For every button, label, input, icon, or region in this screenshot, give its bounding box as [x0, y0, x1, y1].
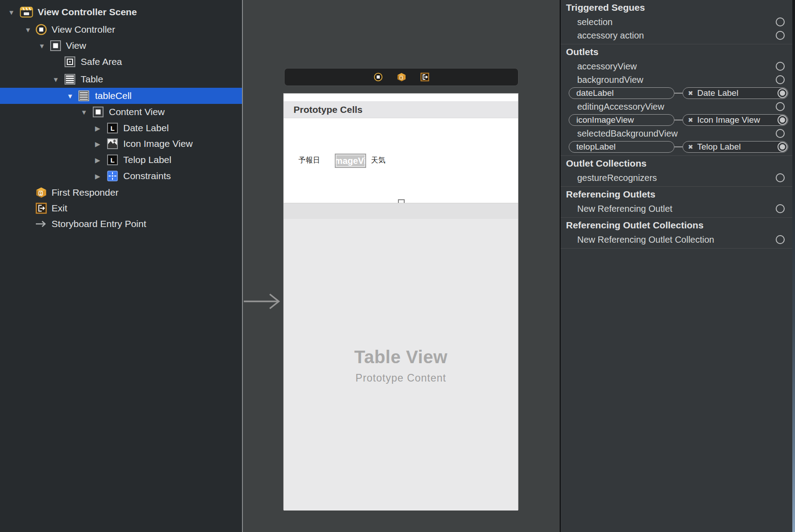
inspector-section-title: Referencing Outlet Collections: [561, 218, 795, 233]
disclosure-triangle-collapsed-icon[interactable]: ▶: [95, 173, 100, 180]
outline-item-table[interactable]: ▼Table: [0, 71, 242, 87]
inspector-section-title: Referencing Outlets: [561, 187, 795, 202]
svg-text:1: 1: [39, 191, 42, 196]
disclosure-triangle-collapsed-icon[interactable]: ▶: [95, 125, 100, 132]
connection-well-empty[interactable]: [776, 204, 785, 213]
connection-name: New Referencing Outlet: [561, 204, 672, 214]
svg-text:L: L: [110, 124, 114, 132]
icon-image-view-placeholder[interactable]: mageVi: [335, 154, 366, 168]
connection-row-selectedbackgroundview[interactable]: selectedBackgroundView: [561, 127, 795, 140]
connection-well-empty[interactable]: [776, 235, 785, 244]
first-responder-icon[interactable]: [397, 72, 406, 82]
exit-icon[interactable]: [420, 72, 430, 82]
outline-item-view-controller-scene[interactable]: ▼View Controller Scene: [0, 4, 242, 20]
connection-destination-capsule[interactable]: ✖Telop Label: [683, 141, 788, 153]
connection-name: selection: [561, 17, 613, 27]
connection-well-connected[interactable]: [778, 88, 787, 98]
connection-well-empty[interactable]: [776, 173, 785, 182]
connection-well-empty[interactable]: [776, 62, 785, 71]
svg-text:L: L: [110, 156, 114, 164]
connection-row-gesturerecognizers[interactable]: gestureRecognizers: [561, 171, 795, 184]
vc-icon: [35, 23, 48, 36]
connection-well-empty[interactable]: [776, 129, 785, 138]
disclosure-triangle-collapsed-icon[interactable]: ▶: [95, 141, 100, 147]
outline-item-content-view[interactable]: ▼Content View: [0, 104, 242, 120]
table-icon: [64, 73, 77, 86]
storyboard-entry-point-arrow: [243, 291, 288, 312]
connection-row-selection[interactable]: selection: [561, 15, 795, 29]
connection-row-new-referencing-outlet[interactable]: New Referencing Outlet: [561, 202, 795, 215]
connection-destination-capsule[interactable]: ✖Date Label: [683, 87, 788, 99]
window-edge: [792, 0, 795, 532]
outline-item-safe-area[interactable]: Safe Area: [0, 54, 242, 70]
connection-name: New Referencing Outlet Collection: [561, 235, 714, 245]
connection-well-empty[interactable]: [776, 31, 785, 40]
connection-well-empty[interactable]: [776, 75, 785, 84]
document-outline-pane: ▼View Controller Scene▼View Controller▼V…: [0, 0, 242, 532]
connection-well-empty[interactable]: [776, 102, 785, 111]
inspector-section-referencing-outlet-collections: Referencing Outlet CollectionsNew Refere…: [561, 218, 795, 249]
outlet-capsule[interactable]: telopLabel: [569, 141, 674, 153]
outline-item-view-controller[interactable]: ▼View Controller: [0, 21, 242, 38]
telop-label[interactable]: 天気: [371, 156, 385, 165]
outline-item-label: Telop Label: [123, 154, 171, 165]
outline-item-label: View Controller Scene: [38, 7, 137, 17]
disclosure-triangle-expanded-icon[interactable]: ▼: [81, 109, 87, 116]
connection-well-connected[interactable]: [778, 142, 787, 152]
outlet-capsule[interactable]: iconImageView: [569, 114, 674, 126]
outline-item-telop-label[interactable]: ▶LTelop Label: [0, 152, 242, 168]
outline-item-view[interactable]: ▼View: [0, 38, 242, 54]
view-controller-icon[interactable]: [373, 72, 383, 82]
destination-name: Icon Image View: [697, 115, 760, 125]
outline-item-icon-image-view[interactable]: ▶Icon Image View: [0, 136, 242, 152]
connection-well-empty[interactable]: [776, 17, 785, 26]
connection-dot: [780, 90, 785, 96]
outline-item-storyboard-entry-point[interactable]: Storyboard Entry Point: [0, 216, 242, 232]
outline-item-constraints[interactable]: ▶Constraints: [0, 168, 242, 184]
disclosure-triangle-expanded-icon[interactable]: ▼: [25, 26, 31, 33]
disclosure-triangle-collapsed-icon[interactable]: ▶: [95, 157, 100, 163]
outline-item-label: Content View: [109, 107, 165, 117]
scene-icon: [20, 6, 33, 18]
outline-item-first-responder[interactable]: 1First Responder: [0, 184, 242, 201]
prototype-cells-header: Prototype Cells: [284, 101, 518, 118]
table-view-body[interactable]: Table View Prototype Content: [284, 219, 518, 511]
inspector-section-triggered-segues: Triggered Seguesselectionaccessory actio…: [561, 0, 795, 44]
disclosure-triangle-expanded-icon[interactable]: ▼: [52, 76, 59, 83]
inspector-section-title: Triggered Segues: [561, 0, 795, 15]
connection-well-connected[interactable]: [778, 115, 787, 125]
destination-name: Date Label: [697, 88, 739, 98]
storyboard-canvas[interactable]: Prototype Cells 予報日 mageVi 天気 Table View…: [243, 0, 560, 532]
connection-row-teloplabel[interactable]: telopLabel✖Telop Label: [561, 140, 795, 154]
connections-inspector: Triggered Seguesselectionaccessory actio…: [561, 0, 795, 532]
connection-row-new-referencing-outlet-collection[interactable]: New Referencing Outlet Collection: [561, 233, 795, 246]
disclosure-triangle-expanded-icon[interactable]: ▼: [39, 43, 45, 49]
connection-dot: [780, 117, 785, 123]
image-view-placeholder-text: mageVi: [335, 156, 366, 166]
date-label[interactable]: 予報日: [298, 156, 320, 165]
outlet-name: dateLabel: [569, 88, 614, 98]
connection-row-editingaccessoryview[interactable]: editingAccessoryView: [561, 100, 795, 113]
table-view-placeholder-title: Table View: [284, 347, 518, 367]
connection-row-backgroundview[interactable]: backgroundView: [561, 73, 795, 86]
constraints-icon: [106, 170, 120, 182]
connection-name: backgroundView: [561, 75, 644, 85]
outline-item-date-label[interactable]: ▶LDate Label: [0, 120, 242, 136]
outline-item-tablecell[interactable]: ▼tableCell: [0, 88, 242, 104]
connection-destination-capsule[interactable]: ✖Icon Image View: [683, 114, 788, 126]
imageview-icon: [106, 137, 120, 150]
connection-row-datelabel[interactable]: dateLabel✖Date Label: [561, 86, 795, 100]
exit-icon: [35, 202, 48, 215]
cell-icon: [78, 90, 91, 102]
connection-row-iconimageview[interactable]: iconImageView✖Icon Image View: [561, 113, 795, 127]
disclosure-triangle-expanded-icon[interactable]: ▼: [67, 93, 73, 99]
outline-item-exit[interactable]: Exit: [0, 200, 242, 216]
inspector-section-title: Outlets: [561, 44, 795, 60]
connection-name: accessoryView: [561, 61, 637, 72]
connection-row-accessory-action[interactable]: accessory action: [561, 29, 795, 42]
connection-row-accessoryview[interactable]: accessoryView: [561, 60, 795, 73]
inspector-section-outlets: OutletsaccessoryViewbackgroundViewdateLa…: [561, 44, 795, 156]
disclosure-triangle-expanded-icon[interactable]: ▼: [8, 9, 15, 16]
view-controller-scene-view[interactable]: Prototype Cells 予報日 mageVi 天気 Table View…: [283, 93, 518, 510]
outlet-capsule[interactable]: dateLabel: [569, 87, 674, 99]
